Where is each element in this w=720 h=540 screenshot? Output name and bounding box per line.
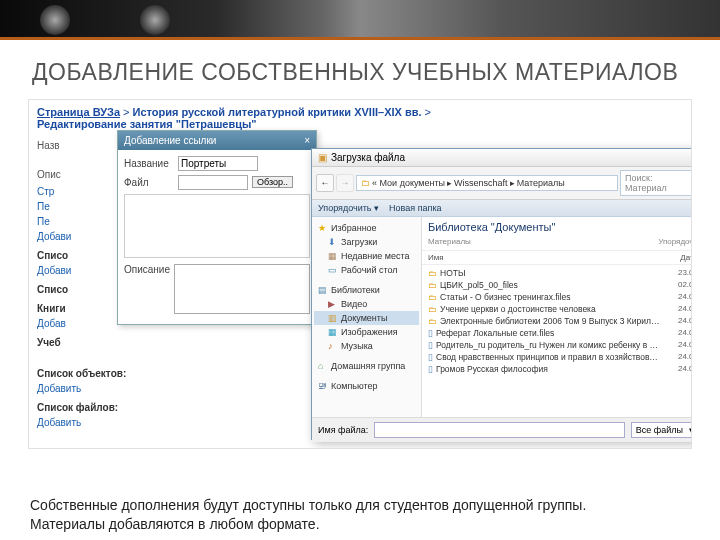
sidebar-desktop[interactable]: ▭Рабочий стол: [314, 263, 419, 277]
file-row[interactable]: ▯Реферат Локальные сети.files24.09: [424, 327, 692, 339]
file-filter-dropdown[interactable]: Все файлы ▾: [631, 422, 692, 438]
library-icon: ▤: [318, 285, 328, 295]
file-name: НОТЫ: [440, 268, 661, 278]
preview-box: [124, 194, 310, 258]
file-row[interactable]: ▯Свод нравственных принципов и правил в …: [424, 351, 692, 363]
dialog-title: Загрузка файла: [331, 152, 405, 163]
file-icon: ▯: [428, 352, 433, 362]
folder-icon: 🗀: [428, 304, 437, 314]
dialog-sidebar: ★Избранное ⬇Загрузки ▦Недавние места ▭Ра…: [312, 217, 422, 417]
sidebar-computer[interactable]: 🖳Компьютер: [314, 379, 419, 393]
app-screenshot-area: Страница ВУЗа > История русской литерату…: [28, 99, 692, 449]
library-heading: Библиотека "Документы": [422, 217, 692, 237]
sidebar-recent[interactable]: ▦Недавние места: [314, 249, 419, 263]
file-date: 24.09: [664, 328, 692, 337]
folder-icon: 🗀: [428, 280, 437, 290]
file-date: 02.03: [664, 280, 692, 289]
file-name: Электронные библиотеки 2006 Том 9 Выпуск…: [440, 316, 661, 326]
desktop-icon: ▭: [328, 265, 338, 275]
file-row[interactable]: 🗀Учение церкви о достоинстве человека24.…: [424, 303, 692, 315]
folder-icon: 🗀: [428, 268, 437, 278]
file-icon: ▯: [428, 340, 433, 350]
file-date: 24.09: [664, 340, 692, 349]
file-date: 24.09: [664, 316, 692, 325]
file-list-pane: Библиотека "Документы" МатериалыУпорядоч…: [422, 217, 692, 417]
slide-title: ДОБАВЛЕНИЕ СОБСТВЕННЫХ УЧЕБНЫХ МАТЕРИАЛО…: [0, 40, 720, 99]
file-date: 24.09: [664, 352, 692, 361]
nav-back-button[interactable]: ←: [316, 174, 334, 192]
search-input[interactable]: Поиск: Материал: [620, 170, 692, 196]
decorative-top-strip: [0, 0, 720, 40]
field-label: Название: [124, 158, 174, 169]
folder-icon: ▣: [318, 152, 327, 163]
modal-title: Добавление ссылки: [124, 135, 216, 146]
file-date: 24.09: [664, 364, 692, 373]
file-name: ЦБИК_pol5_00_files: [440, 280, 661, 290]
close-icon[interactable]: ×: [304, 135, 310, 146]
recent-icon: ▦: [328, 251, 338, 261]
file-icon: ▯: [428, 364, 433, 374]
col-date[interactable]: Дата: [664, 253, 692, 262]
file-row[interactable]: 🗀Статьи - О бизнес тренингах.files24.09: [424, 291, 692, 303]
nav-fwd-button[interactable]: →: [336, 174, 354, 192]
sidebar-documents[interactable]: ▥Документы: [314, 311, 419, 325]
file-icon: ▯: [428, 328, 433, 338]
homegroup-icon: ⌂: [318, 361, 328, 371]
download-icon: ⬇: [328, 237, 338, 247]
sidebar-downloads[interactable]: ⬇Загрузки: [314, 235, 419, 249]
link-name-input[interactable]: [178, 156, 258, 171]
sidebar-images[interactable]: ▦Изображения: [314, 325, 419, 339]
file-path-input[interactable]: [178, 175, 248, 190]
sidebar-homegroup[interactable]: ⌂Домашняя группа: [314, 359, 419, 373]
documents-icon: ▥: [328, 313, 338, 323]
filename-input[interactable]: [374, 422, 625, 438]
browse-button[interactable]: Обзор..: [252, 176, 293, 188]
file-name: Громов Русская философия: [436, 364, 661, 374]
star-icon: ★: [318, 223, 328, 233]
breadcrumb-current: Редактирование занятия "Петрашевцы": [37, 118, 257, 130]
images-icon: ▦: [328, 327, 338, 337]
dialog-titlebar[interactable]: ▣ Загрузка файла: [312, 149, 692, 167]
file-row[interactable]: 🗀Электронные библиотеки 2006 Том 9 Выпус…: [424, 315, 692, 327]
modal-titlebar[interactable]: Добавление ссылки ×: [118, 131, 316, 150]
file-name: Учение церкви о достоинстве человека: [440, 304, 661, 314]
file-date: 24.09: [664, 292, 692, 301]
dialog-toolbar: Упорядочить ▾ Новая папка: [312, 200, 692, 217]
filename-label: Имя файла:: [318, 425, 368, 435]
sidebar-libraries[interactable]: ▤Библиотеки: [314, 283, 419, 297]
organize-menu[interactable]: Упорядочить ▾: [318, 203, 379, 213]
breadcrumb-link[interactable]: История русской литературной критики XVI…: [133, 106, 422, 118]
file-open-dialog: ▣ Загрузка файла ← → 🗀 « Мои документы ▸…: [311, 148, 692, 440]
breadcrumb-link[interactable]: Страница ВУЗа: [37, 106, 120, 118]
add-link-modal: Добавление ссылки × Название Файл Обзор.…: [117, 130, 317, 325]
field-label: Описание: [124, 264, 170, 275]
arrange-menu[interactable]: Упорядочи: [658, 237, 692, 246]
folder-icon: 🗀: [428, 292, 437, 302]
description-textarea[interactable]: [174, 264, 310, 314]
file-row[interactable]: ▯Громов Русская философия24.09: [424, 363, 692, 375]
file-name: Статьи - О бизнес тренингах.files: [440, 292, 661, 302]
slide-footnote: Собственные дополнения будут доступны то…: [30, 496, 690, 534]
file-row[interactable]: 🗀НОТЫ23.03: [424, 267, 692, 279]
path-box[interactable]: 🗀 « Мои документы ▸ Wissenschaft ▸ Матер…: [356, 175, 618, 191]
file-date: 23.03: [664, 268, 692, 277]
file-date: 24.09: [664, 304, 692, 313]
folder-icon: 🗀: [361, 178, 370, 188]
file-name: Свод нравственных принципов и правил в х…: [436, 352, 661, 362]
field-label: Файл: [124, 177, 174, 188]
video-icon: ▶: [328, 299, 338, 309]
file-name: Родитель_ru родитель_ru Нужен ли комикс …: [436, 340, 661, 350]
sidebar-music[interactable]: ♪Музыка: [314, 339, 419, 353]
new-folder-button[interactable]: Новая папка: [389, 203, 441, 213]
file-row[interactable]: ▯Родитель_ru родитель_ru Нужен ли комикс…: [424, 339, 692, 351]
folder-icon: 🗀: [428, 316, 437, 326]
chevron-down-icon: ▾: [689, 425, 692, 435]
file-name: Реферат Локальные сети.files: [436, 328, 661, 338]
file-row[interactable]: 🗀ЦБИК_pol5_00_files02.03: [424, 279, 692, 291]
col-name[interactable]: Имя: [428, 253, 664, 262]
music-icon: ♪: [328, 341, 338, 351]
sidebar-video[interactable]: ▶Видео: [314, 297, 419, 311]
sidebar-favorites[interactable]: ★Избранное: [314, 221, 419, 235]
computer-icon: 🖳: [318, 381, 328, 391]
